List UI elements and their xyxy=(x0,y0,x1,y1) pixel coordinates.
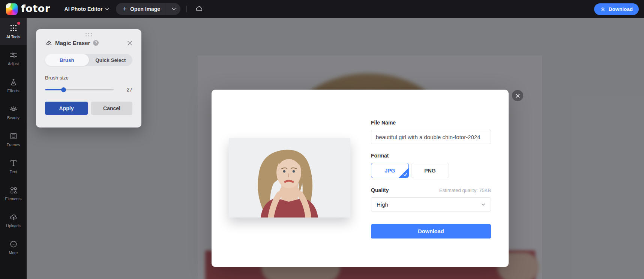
chevron-down-icon xyxy=(105,7,109,11)
frames-icon xyxy=(9,132,18,140)
sidebar-item-label: Text xyxy=(10,170,17,174)
adjust-sliders-icon xyxy=(9,51,18,59)
quality-label: Quality xyxy=(371,187,389,193)
format-option-png[interactable]: PNG xyxy=(411,163,449,178)
open-image-label: Open Image xyxy=(130,6,160,12)
slider-thumb[interactable] xyxy=(61,87,66,92)
fotor-app-window: fotor AI Photo Editor + Open Image xyxy=(0,0,644,279)
download-button-header[interactable]: Download xyxy=(594,3,639,15)
download-button-modal[interactable]: Download xyxy=(371,224,491,238)
sidebar-item-label: Effects xyxy=(8,88,20,93)
magic-eraser-icon xyxy=(45,39,52,46)
format-option-jpg[interactable]: JPG xyxy=(371,163,409,178)
file-name-label: File Name xyxy=(371,120,491,126)
fotor-logo[interactable]: fotor xyxy=(0,3,56,15)
quality-estimate: Estimated quality: 75KB xyxy=(439,188,491,193)
app-menu-dropdown[interactable]: AI Photo Editor xyxy=(56,6,116,12)
sidebar-item-label: AI Tools xyxy=(6,34,20,39)
help-icon[interactable]: ? xyxy=(93,40,99,46)
top-bar: fotor AI Photo Editor + Open Image xyxy=(0,0,644,18)
sidebar-item-ai-tools[interactable]: AI Tools xyxy=(0,18,27,45)
open-image-split-button: + Open Image xyxy=(116,3,180,15)
plus-icon: + xyxy=(123,6,127,12)
file-name-input[interactable] xyxy=(371,130,491,144)
left-sidebar: AI Tools Adjust Effects Beauty xyxy=(0,18,27,279)
apply-button[interactable]: Apply xyxy=(45,102,88,115)
brush-size-slider[interactable] xyxy=(45,89,114,90)
download-label: Download xyxy=(609,6,633,12)
brand-name: fotor xyxy=(21,3,50,15)
preview-photo-woman xyxy=(229,138,350,218)
eraser-mode-tabs: Brush Quick Select xyxy=(45,54,132,66)
modal-close-button[interactable] xyxy=(512,90,523,101)
quality-selected-value: High xyxy=(377,201,388,208)
tab-quick-select[interactable]: Quick Select xyxy=(89,54,133,66)
download-form: File Name Format JPG PNG Quality Es xyxy=(371,120,491,238)
chevron-down-icon xyxy=(172,7,176,11)
fotor-logo-icon xyxy=(6,3,18,15)
panel-close-icon[interactable] xyxy=(127,40,132,46)
panel-title: Magic Eraser xyxy=(55,40,90,46)
sidebar-item-label: Adjust xyxy=(8,62,19,66)
app-menu-label: AI Photo Editor xyxy=(65,6,103,12)
sidebar-item-label: Uploads xyxy=(6,224,21,228)
uploads-cloud-icon xyxy=(9,213,18,221)
cloud-icon xyxy=(195,5,203,13)
panel-drag-handle[interactable] xyxy=(85,33,93,36)
sidebar-item-frames[interactable]: Frames xyxy=(0,126,27,153)
open-image-button[interactable]: + Open Image xyxy=(116,3,167,15)
tab-brush[interactable]: Brush xyxy=(45,54,89,66)
sidebar-item-label: More xyxy=(9,250,18,255)
notification-badge-dot xyxy=(17,22,20,25)
sidebar-item-label: Elements xyxy=(5,196,22,201)
brush-size-value: 27 xyxy=(126,87,132,93)
more-ellipsis-icon xyxy=(9,240,18,248)
download-icon xyxy=(600,6,606,12)
format-label: Format xyxy=(371,153,491,159)
chevron-down-icon xyxy=(481,202,485,207)
quality-select[interactable]: High xyxy=(371,197,491,212)
check-icon xyxy=(403,172,407,177)
brush-size-label: Brush size xyxy=(45,75,132,81)
sidebar-item-more[interactable]: More xyxy=(0,234,27,261)
download-modal: File Name Format JPG PNG Quality Es xyxy=(212,90,509,267)
cloud-sync-button[interactable] xyxy=(193,3,206,15)
sidebar-item-label: Beauty xyxy=(7,116,20,120)
beauty-eye-icon xyxy=(9,105,18,113)
elements-shapes-icon xyxy=(9,186,18,194)
sidebar-item-beauty[interactable]: Beauty xyxy=(0,99,27,126)
magic-eraser-panel: Magic Eraser ? Brush Quick Select Brush … xyxy=(36,29,141,128)
ai-tools-grid-icon xyxy=(9,24,18,32)
sidebar-item-elements[interactable]: Elements xyxy=(0,180,27,207)
sidebar-item-effects[interactable]: Effects xyxy=(0,72,27,99)
sidebar-item-label: Frames xyxy=(7,142,20,147)
sidebar-item-uploads[interactable]: Uploads xyxy=(0,207,27,234)
header-divider xyxy=(186,6,187,12)
text-icon xyxy=(9,159,18,167)
format-options: JPG PNG xyxy=(371,163,491,178)
effects-flask-icon xyxy=(9,78,18,86)
sidebar-item-adjust[interactable]: Adjust xyxy=(0,45,27,72)
sidebar-item-text[interactable]: Text xyxy=(0,153,27,180)
close-icon xyxy=(515,93,520,98)
cancel-button[interactable]: Cancel xyxy=(91,102,132,115)
open-image-caret-button[interactable] xyxy=(167,3,180,15)
image-preview xyxy=(229,138,350,218)
